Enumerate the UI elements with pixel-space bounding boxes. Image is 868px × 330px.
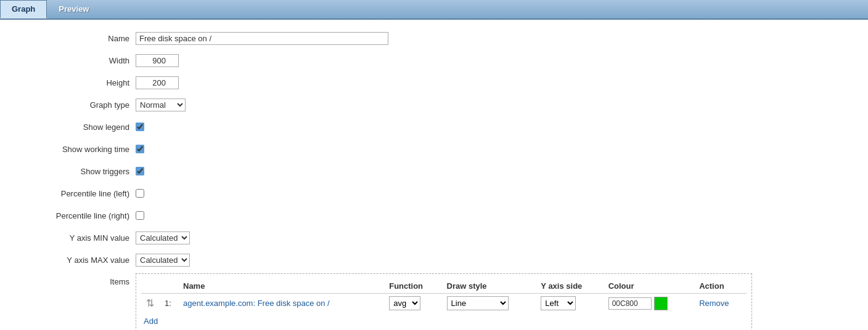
height-row: Height — [0, 74, 868, 91]
row-action-cell: Remove — [694, 294, 747, 313]
y-axis-max-label: Y axis MAX value — [0, 256, 136, 265]
tab-preview[interactable]: Preview — [47, 0, 100, 18]
col-y-axis-side: Y axis side — [536, 279, 603, 294]
col-colour: Colour — [604, 279, 695, 294]
percentile-right-checkbox[interactable] — [136, 211, 144, 220]
items-label: Items — [0, 273, 136, 330]
y-axis-min-label: Y axis MIN value — [0, 233, 136, 243]
width-label: Width — [0, 56, 136, 65]
show-triggers-label: Show triggers — [0, 167, 136, 176]
graph-type-label: Graph type — [0, 100, 136, 110]
sort-cell: ⇅ — [141, 294, 160, 313]
colour-input[interactable] — [608, 297, 652, 310]
col-num — [160, 279, 178, 294]
width-row: Width — [0, 52, 868, 69]
show-triggers-row: Show triggers — [0, 163, 868, 180]
table-row: ⇅ 1: agent.example.com: Free disk space … — [141, 294, 747, 313]
show-triggers-checkbox[interactable] — [136, 167, 144, 175]
row-num-cell: 1: — [160, 294, 178, 313]
function-select[interactable]: avg min max last — [389, 296, 420, 310]
add-link[interactable]: Add — [144, 316, 158, 326]
name-input[interactable] — [136, 32, 388, 45]
name-row: Name — [0, 30, 868, 47]
row-function-cell: avg min max last — [384, 294, 441, 313]
sort-handle-icon[interactable]: ⇅ — [146, 298, 154, 308]
show-working-time-row: Show working time — [0, 140, 868, 158]
row-colour-cell — [604, 294, 695, 313]
y-axis-min-row: Y axis MIN value Calculated Fixed Item — [0, 229, 868, 246]
row-name-cell: agent.example.com: Free disk space on / — [178, 294, 384, 313]
percentile-left-row: Percentile line (left) — [0, 185, 868, 202]
height-label: Height — [0, 78, 136, 87]
items-table-wrapper: Name Function Draw style Y axis side Col… — [136, 273, 752, 330]
show-legend-label: Show legend — [0, 123, 136, 132]
colour-wrapper — [608, 297, 690, 310]
show-working-time-label: Show working time — [0, 145, 136, 154]
graph-type-row: Graph type Normal Stacked Pie Exploded — [0, 96, 868, 113]
tab-graph[interactable]: Graph — [0, 0, 47, 18]
col-empty — [141, 279, 160, 294]
row-number: 1 — [165, 299, 169, 308]
height-input[interactable] — [136, 76, 179, 89]
col-action: Action — [694, 279, 747, 294]
item-link[interactable]: agent.example.com: Free disk space on / — [183, 299, 330, 308]
y-axis-side-select[interactable]: Left Right — [541, 296, 576, 310]
graph-type-select[interactable]: Normal Stacked Pie Exploded — [136, 99, 186, 111]
tab-bar: Graph Preview — [0, 0, 868, 20]
table-header-row: Name Function Draw style Y axis side Col… — [141, 279, 747, 294]
row-draw-style-cell: Line Filled region Bold line Dot Dashed … — [442, 294, 536, 313]
y-axis-max-row: Y axis MAX value Calculated Fixed Item — [0, 251, 868, 268]
y-axis-max-select[interactable]: Calculated Fixed Item — [136, 254, 190, 267]
col-name: Name — [178, 279, 384, 294]
row-y-axis-side-cell: Left Right — [536, 294, 603, 313]
show-legend-row: Show legend — [0, 118, 868, 135]
show-legend-checkbox[interactable] — [136, 123, 144, 131]
items-section: Items Name Function Draw style Y axis si… — [0, 273, 868, 330]
draw-style-select[interactable]: Line Filled region Bold line Dot Dashed … — [447, 296, 509, 310]
form-content: Name Width Height Graph type Normal Stac… — [0, 20, 868, 330]
width-input[interactable] — [136, 54, 179, 67]
items-table: Name Function Draw style Y axis side Col… — [141, 279, 747, 313]
show-working-time-checkbox[interactable] — [136, 145, 144, 153]
remove-link[interactable]: Remove — [699, 299, 729, 308]
colour-swatch — [654, 297, 668, 310]
y-axis-min-select[interactable]: Calculated Fixed Item — [136, 231, 190, 244]
percentile-left-label: Percentile line (left) — [0, 189, 136, 198]
percentile-right-label: Percentile line (right) — [0, 211, 136, 220]
percentile-right-row: Percentile line (right) — [0, 207, 868, 224]
name-label: Name — [0, 34, 136, 43]
percentile-left-checkbox[interactable] — [136, 189, 144, 198]
col-draw-style: Draw style — [442, 279, 536, 294]
col-function: Function — [384, 279, 441, 294]
